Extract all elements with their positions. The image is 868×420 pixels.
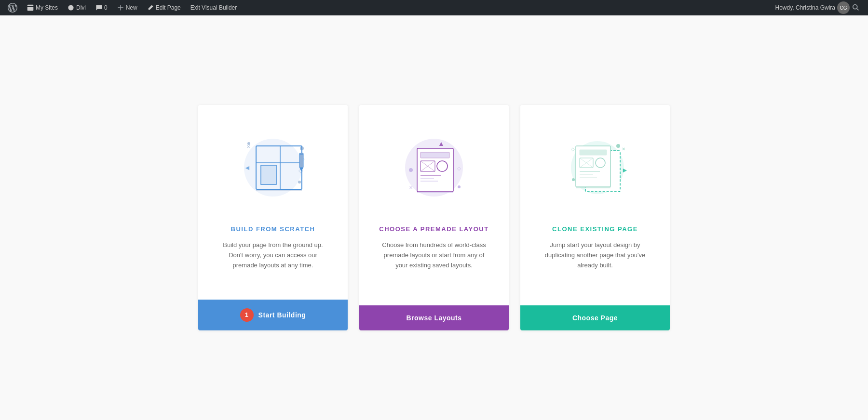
clone-description: Jump start your layout design by duplica… (535, 240, 655, 270)
scratch-title: BUILD FROM SCRATCH (231, 225, 315, 233)
svg-rect-26 (420, 152, 449, 158)
premade-card: ▲ ✕ ◇ (359, 105, 509, 330)
avatar[interactable]: CG (837, 1, 850, 14)
comments-menu[interactable]: 0 (92, 0, 111, 15)
start-building-button[interactable]: 1 Start Building (198, 300, 348, 330)
scratch-description: Build your page from the ground up. Don'… (213, 240, 333, 270)
wordpress-logo[interactable] (4, 0, 21, 15)
svg-point-20 (409, 168, 413, 172)
svg-text:◇: ◇ (457, 166, 461, 171)
choose-page-label: Choose Page (572, 314, 618, 322)
scratch-card-footer: 1 Start Building (198, 300, 348, 330)
my-sites-label: My Sites (36, 4, 58, 11)
exit-builder-menu[interactable]: Exit Visual Builder (187, 0, 241, 15)
scratch-illustration: ◄ ◇ ✕ ◇ (225, 124, 321, 211)
divi-menu[interactable]: Divi (64, 0, 90, 15)
svg-text:✕: ✕ (246, 144, 250, 149)
premade-description: Choose from hundreds of world-class prem… (374, 240, 494, 270)
svg-text:►: ► (622, 166, 628, 174)
new-menu[interactable]: New (113, 0, 141, 15)
badge-1: 1 (240, 308, 254, 322)
browse-layouts-button[interactable]: Browse Layouts (359, 305, 509, 330)
admin-bar-right: Howdy, Christina Gwira CG (772, 1, 864, 14)
svg-rect-43 (580, 150, 607, 155)
svg-rect-15 (299, 153, 303, 168)
svg-text:◇: ◇ (571, 146, 575, 152)
svg-text:✕: ✕ (409, 185, 413, 190)
clone-card-footer: Choose Page (520, 305, 670, 330)
svg-text:◄: ◄ (244, 164, 251, 171)
divi-label: Divi (76, 4, 86, 11)
clone-title: CLONE EXISTING PAGE (552, 225, 638, 233)
clone-card: ► ✕ ◇ (520, 105, 670, 330)
edit-page-menu[interactable]: Edit Page (143, 0, 185, 15)
edit-page-label: Edit Page (156, 4, 181, 11)
scratch-card: ◄ ◇ ✕ ◇ (198, 105, 348, 330)
svg-point-37 (572, 178, 575, 181)
svg-point-0 (68, 5, 73, 10)
browse-layouts-label: Browse Layouts (406, 314, 461, 322)
search-icon[interactable] (852, 3, 860, 12)
svg-point-21 (458, 185, 461, 188)
my-sites-menu[interactable]: My Sites (23, 0, 62, 15)
svg-point-1 (853, 5, 857, 9)
cards-container: ◄ ◇ ✕ ◇ (145, 86, 723, 349)
svg-point-5 (298, 181, 301, 184)
page-wrapper: ◄ ◇ ✕ ◇ (0, 15, 868, 420)
scratch-card-body: ◄ ◇ ✕ ◇ (198, 105, 348, 285)
svg-point-36 (616, 144, 620, 148)
comments-count: 0 (104, 4, 108, 11)
premade-card-body: ▲ ✕ ◇ (359, 105, 509, 290)
start-building-label: Start Building (258, 311, 306, 319)
howdy-text: Howdy, Christina Gwira (775, 4, 835, 11)
premade-card-footer: Browse Layouts (359, 305, 509, 330)
clone-card-body: ► ✕ ◇ (520, 105, 670, 290)
admin-bar: My Sites Divi 0 New Edit Page Exit Visua… (0, 0, 868, 15)
svg-rect-13 (261, 165, 276, 184)
premade-illustration: ▲ ✕ ◇ (386, 124, 482, 211)
svg-text:▲: ▲ (438, 140, 445, 147)
svg-text:✕: ✕ (622, 146, 625, 152)
premade-title: CHOOSE A PREMADE LAYOUT (379, 225, 488, 233)
new-label: New (126, 4, 137, 11)
exit-builder-label: Exit Visual Builder (190, 4, 237, 11)
choose-page-button[interactable]: Choose Page (520, 305, 670, 330)
clone-illustration: ► ✕ ◇ (547, 124, 643, 211)
